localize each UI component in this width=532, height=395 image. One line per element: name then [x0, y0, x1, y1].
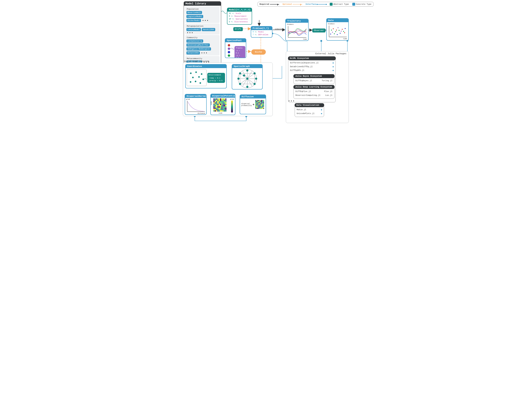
svg-rect-110: [225, 105, 227, 106]
spatial-graph-icon: [232, 68, 262, 89]
svg-rect-107: [221, 105, 222, 106]
niche-chip: Niche: [251, 49, 266, 55]
svg-rect-63: [216, 100, 217, 101]
external-packages-group: External Julia Packages SciML Ecosystem …: [286, 51, 349, 123]
data-ylabel: biomass: [328, 23, 347, 25]
svg-rect-196: [261, 106, 262, 107]
spatial-graph-title: SpatialGraph: [232, 65, 262, 68]
svg-rect-193: [257, 106, 259, 107]
svg-rect-71: [213, 101, 215, 102]
svg-rect-146: [220, 110, 221, 111]
environment-box: Environment :temp ⇒ 0.1 :precip ⇒ 0.5: [207, 73, 225, 83]
spatial-graph-panel: SpatialGraph: [232, 64, 263, 89]
svg-point-5: [330, 34, 331, 35]
svg-rect-98: [223, 104, 224, 105]
svg-rect-96: [220, 104, 221, 105]
svg-rect-90: [225, 102, 227, 104]
pkg-item: DiffEqGPU.jl: [290, 69, 304, 72]
svg-rect-122: [215, 108, 216, 109]
svg-rect-114: [217, 106, 219, 108]
svg-rect-86: [220, 102, 221, 104]
svg-rect-103: [216, 105, 217, 106]
svg-point-24: [192, 77, 194, 78]
data-xlabel: time: [328, 38, 347, 40]
svg-rect-52: [215, 99, 216, 100]
svg-rect-206: [263, 107, 264, 108]
observer-chip: Observer: [312, 28, 326, 33]
svg-rect-123: [216, 108, 217, 109]
library-section-label: Metapopulation: [187, 25, 219, 27]
svg-rect-173: [262, 102, 263, 103]
data-panel-title: Data: [327, 19, 348, 22]
problem-bounds: M <: ModelT <: DEProblem: [251, 30, 272, 37]
svg-point-21: [190, 72, 192, 74]
svg-rect-183: [255, 104, 256, 106]
svg-rect-73: [216, 101, 217, 102]
library-chip: Hanski1994: [202, 28, 215, 31]
svg-rect-143: [216, 110, 217, 111]
svg-point-47: [237, 78, 239, 80]
svg-rect-97: [221, 104, 222, 105]
svg-rect-163: [260, 101, 261, 102]
svg-rect-64: [217, 100, 219, 101]
svg-rect-139: [224, 109, 225, 110]
coordinates-panel: Coordinates Environment :temp ⇒ 0.1 :pre…: [185, 64, 227, 88]
svg-rect-189: [262, 104, 263, 106]
svg-point-18: [344, 32, 345, 33]
diffusion-panel: Diffusion dispersal probability +: [240, 94, 266, 114]
problem-header: Problem{M,T}: [251, 27, 272, 30]
svg-rect-168: [256, 102, 257, 103]
svg-point-27: [190, 81, 191, 83]
svg-rect-161: [257, 101, 259, 102]
viz-title: Data Visualization: [295, 103, 324, 107]
svg-rect-101: [213, 105, 215, 106]
svg-rect-145: [219, 110, 220, 111]
svg-rect-153: [257, 100, 259, 101]
svg-rect-180: [261, 104, 262, 104]
svg-point-9: [340, 33, 341, 34]
svg-rect-207: [255, 108, 256, 109]
legend-abstract: Abstract Type: [330, 3, 349, 6]
library-chip: McCann1994: [186, 51, 200, 55]
svg-point-44: [254, 83, 256, 85]
svg-point-13: [338, 30, 339, 31]
svg-point-20: [337, 34, 338, 35]
dispersal-potential-heatmap-icon: [213, 99, 228, 112]
svg-rect-88: [223, 102, 224, 104]
svg-point-7: [335, 31, 336, 32]
library-chip: LotkaVolterra: [186, 39, 203, 43]
svg-point-15: [345, 28, 346, 29]
svg-rect-191: [255, 106, 256, 107]
svg-point-4: [228, 54, 230, 57]
svg-point-25: [198, 76, 200, 78]
svg-rect-147: [221, 110, 222, 111]
svg-rect-65: [219, 100, 220, 101]
svg-rect-201: [257, 107, 259, 108]
svg-rect-177: [257, 104, 259, 104]
svg-rect-202: [259, 107, 260, 108]
svg-rect-158: [263, 100, 264, 101]
svg-rect-67: [221, 100, 222, 101]
svg-rect-119: [224, 106, 225, 108]
svg-rect-155: [260, 100, 261, 101]
svg-rect-55: [219, 99, 220, 100]
svg-rect-113: [216, 106, 217, 108]
trajectory-xlabel: time: [287, 38, 307, 40]
svg-rect-95: [219, 104, 220, 105]
drift-chip: Drift: [233, 27, 243, 31]
svg-point-6: [333, 28, 334, 29]
diffusion-title: Diffusion: [240, 95, 266, 99]
svg-rect-214: [263, 108, 264, 109]
svg-rect-154: [259, 100, 260, 101]
library-section-label: Metacommunity: [187, 58, 219, 60]
dl-title: Julia Deep Learning Ecosystem: [294, 85, 335, 89]
svg-rect-176: [256, 104, 257, 104]
model-library-title: Model library: [184, 2, 221, 6]
svg-rect-68: [223, 100, 224, 101]
svg-rect-174: [263, 102, 264, 103]
trajectory-plot-icon: [287, 25, 307, 38]
svg-rect-94: [217, 104, 219, 105]
svg-rect-81: [213, 102, 215, 104]
svg-point-22: [195, 71, 197, 73]
svg-rect-108: [223, 105, 224, 106]
